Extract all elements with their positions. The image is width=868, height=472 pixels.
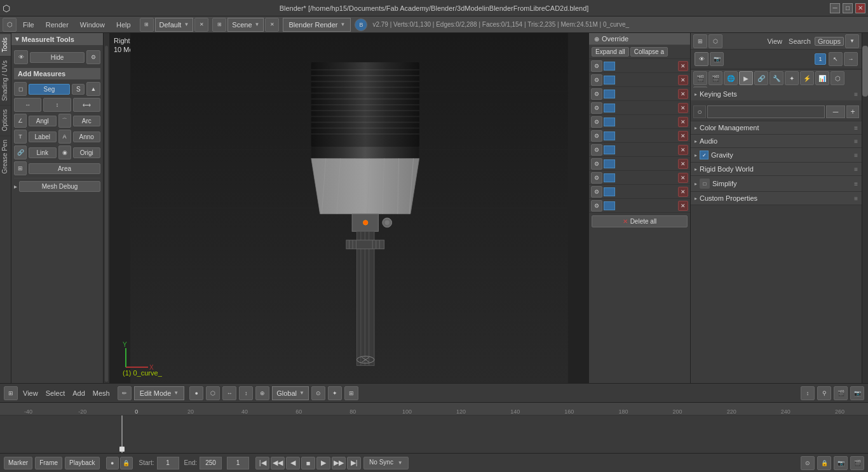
view-icon-toggle[interactable]: ⊞ [4, 386, 18, 400]
edit-icon[interactable]: ✏ [118, 386, 132, 400]
mirror-icon[interactable]: ⊞ [344, 386, 358, 400]
workspace-selector[interactable]: Default ▼ [155, 18, 194, 32]
lock-icon[interactable]: 🔒 [120, 457, 133, 469]
physics-btn[interactable]: ⚡ [800, 71, 814, 85]
engine-selector[interactable]: Blender Render ▼ [283, 18, 351, 32]
seg-icon[interactable]: ◻ [14, 82, 27, 96]
anno-button[interactable]: Anno [73, 131, 101, 142]
cursor-icon-btn[interactable]: ↖ [829, 52, 843, 66]
scene-color-9[interactable] [604, 173, 615, 182]
right-scrollbar[interactable] [862, 33, 868, 383]
timeline-ruler-area[interactable] [0, 415, 868, 453]
modifiers-btn[interactable]: 🔧 [770, 71, 783, 85]
label-button[interactable]: Label [29, 131, 57, 142]
anno-icon[interactable]: A [58, 130, 71, 144]
origi-button[interactable]: Origi [73, 147, 101, 158]
scene-gear-8[interactable]: ⚙ [591, 158, 602, 170]
mesh-type-icon[interactable]: ⬡ [206, 386, 220, 400]
custom-properties-header[interactable]: ▸ Custom Properties ≡ [691, 192, 862, 205]
delete-all-button[interactable]: ✕ Delete all [592, 215, 688, 227]
prev-frame-button[interactable]: ◀◀ [271, 457, 285, 469]
record-icon[interactable]: ● [106, 457, 119, 469]
start-frame-input[interactable] [157, 457, 179, 469]
scene-x-11[interactable]: ✕ [678, 201, 688, 211]
scene-gear-7[interactable]: ⚙ [591, 144, 602, 156]
scene-color-2[interactable] [604, 76, 615, 84]
scene-x-9[interactable]: ✕ [678, 173, 688, 183]
object-prop-btn[interactable]: ▶ [739, 71, 753, 85]
expand-all-button[interactable]: Expand all [592, 47, 629, 57]
measure-icon-3[interactable]: ⟷ [73, 98, 100, 112]
keying-sets-header[interactable]: ▸ Keying Sets ≡ [691, 88, 862, 100]
scene-x-3[interactable]: ✕ [678, 89, 688, 99]
view3d-icon[interactable]: ⊞ [212, 18, 226, 32]
groups-dropdown-icon[interactable]: ▼ [845, 34, 859, 48]
scene-gear-5[interactable]: ⚙ [591, 116, 602, 128]
stop-button[interactable]: ■ [301, 457, 315, 469]
global-selector[interactable]: Global ▼ [272, 386, 309, 400]
angl-icon[interactable]: ∠ [14, 114, 27, 128]
angl-button[interactable]: Angl [29, 116, 57, 126]
snap-magnet-icon[interactable]: ✦ [328, 386, 342, 400]
scene-color-7[interactable] [604, 145, 615, 154]
audio-header[interactable]: ▸ Audio ≡ [691, 135, 862, 147]
scene-x-7[interactable]: ✕ [678, 145, 688, 155]
layer-1-btn[interactable]: 1 [815, 53, 826, 65]
end-frame-input[interactable] [200, 457, 222, 469]
seg-button[interactable]: Seg [29, 84, 70, 95]
proportional-icon[interactable]: ⊙ [311, 386, 325, 400]
workspace-icon-right[interactable]: ✕ [194, 18, 208, 32]
groups-label[interactable]: Groups [815, 37, 844, 46]
keying-minus-button[interactable]: ─ [826, 105, 845, 118]
color-management-header[interactable]: ▸ Color Management ≡ [691, 121, 862, 134]
scene-gear-6[interactable]: ⚙ [591, 130, 602, 142]
viewport-options-icon-2[interactable]: ⚲ [817, 386, 831, 400]
viewport-options-icon-4[interactable]: 📷 [850, 386, 864, 400]
link-button[interactable]: Link [29, 147, 57, 158]
world-prop-btn[interactable]: 🌐 [724, 71, 738, 85]
viewport[interactable]: Right Ortho 10 Meters x 0.001 [110, 33, 588, 383]
constraints-btn[interactable]: 🔗 [754, 71, 768, 85]
left-scrollbar[interactable] [104, 33, 110, 383]
timeline-icon-1[interactable]: ⊙ [801, 456, 815, 470]
skip-end-button[interactable]: ▶| [347, 457, 361, 469]
current-frame-input[interactable] [227, 457, 249, 469]
snap-icon[interactable]: ⊕ [255, 386, 269, 400]
gravity-checkbox[interactable]: ✓ [700, 151, 709, 159]
scene-x-4[interactable]: ✕ [678, 103, 688, 113]
render-prop-btn[interactable]: 🎬 [693, 71, 707, 85]
scene-gear-9[interactable]: ⚙ [591, 172, 602, 184]
search-label[interactable]: Search [786, 37, 813, 45]
hide-icon[interactable]: 👁 [14, 50, 28, 64]
workspace-icon-left[interactable]: ⊞ [140, 18, 154, 32]
maximize-button[interactable]: □ [843, 3, 853, 13]
collapse-all-button[interactable]: Collapse a [630, 47, 668, 57]
origi-icon[interactable]: ◉ [58, 145, 71, 159]
panel-view-icon[interactable]: ⊞ [693, 34, 707, 48]
arrow-icon-btn[interactable]: → [844, 52, 858, 66]
next-key-button[interactable]: ▶▶ [332, 457, 346, 469]
timeline-icon-2[interactable]: 🔒 [817, 456, 831, 470]
blender-icon-btn[interactable]: ⬡ [3, 18, 17, 32]
scene-color-5[interactable] [604, 118, 615, 126]
options-tab[interactable]: Options [0, 105, 11, 135]
scene-selector[interactable]: Scene ▼ [227, 18, 264, 32]
seg-up-icon[interactable]: ▲ [86, 82, 100, 96]
scene-icon-right[interactable]: ✕ [265, 18, 279, 32]
scene-color-8[interactable] [604, 159, 615, 168]
scene-color-10[interactable] [604, 187, 615, 196]
view-icon-btn[interactable]: 👁 [695, 52, 709, 66]
play-button[interactable]: ▶ [316, 457, 330, 469]
scene-color-6[interactable] [604, 131, 615, 140]
material-btn[interactable]: ⬡ [831, 71, 844, 85]
scene-x-8[interactable]: ✕ [678, 159, 688, 169]
scene-x-6[interactable]: ✕ [678, 131, 688, 141]
timeline-icon-3[interactable]: 📷 [834, 456, 848, 470]
rigid-body-world-header[interactable]: ▸ Rigid Body World ≡ [691, 163, 862, 175]
label-icon[interactable]: T [14, 130, 27, 144]
mesh-menu[interactable]: Mesh [90, 389, 112, 397]
select-menu[interactable]: Select [43, 389, 68, 397]
skip-start-button[interactable]: |◀ [255, 457, 269, 469]
keying-plus-button[interactable]: + [846, 105, 859, 118]
menu-render[interactable]: Render [41, 20, 74, 30]
